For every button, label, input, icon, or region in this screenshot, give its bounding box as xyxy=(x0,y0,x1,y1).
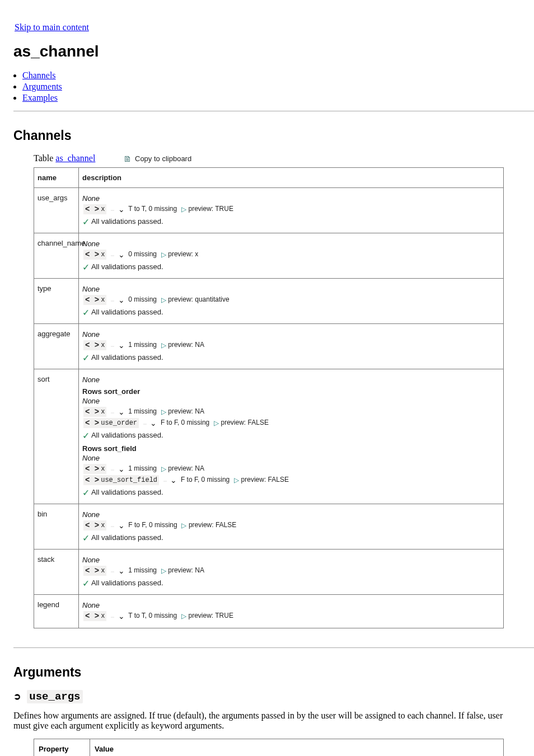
table-row: type None < >x ⌄ 0 missing ▷ preview: qu… xyxy=(34,278,504,323)
toc-link-channels[interactable]: Channels xyxy=(22,71,56,80)
attr-row: < >x ⌄ T to T, 0 missing ▷ preview: TRUE xyxy=(83,611,500,621)
code-icon: < > xyxy=(85,521,99,530)
validation-ok: ✓ All validations passed. xyxy=(82,307,500,318)
argument-description: Defines how arguments are assigned. If t… xyxy=(13,711,506,731)
attr-row: < >x ⌄ F to F, 0 missing ▷ preview: FALS… xyxy=(83,520,500,530)
row-desc: None < >x ⌄ 0 missing ▷ preview: x ✓ All… xyxy=(79,233,504,278)
attr-preview: preview: FALSE xyxy=(189,521,236,529)
preview-play-icon[interactable]: ▷ xyxy=(161,567,166,575)
section-divider xyxy=(13,647,534,648)
attr-range: 1 missing xyxy=(128,566,157,574)
preview-play-icon[interactable]: ▷ xyxy=(161,251,166,259)
attr-preview: preview: FALSE xyxy=(221,419,269,426)
toc-link-arguments[interactable]: Arguments xyxy=(22,82,62,91)
attr-dtype xyxy=(163,481,167,482)
validation-ok: ✓ All validations passed. xyxy=(82,430,500,441)
table-name-link[interactable]: as_channel xyxy=(55,153,95,163)
preview-play-icon[interactable]: ▷ xyxy=(234,476,239,484)
preview-play-icon[interactable]: ▷ xyxy=(161,408,166,416)
row-desc: None < >x ⌄ T to T, 0 missing ▷ preview:… xyxy=(79,187,504,233)
chevron-down-icon: ⌄ xyxy=(118,566,125,575)
preview-play-icon[interactable]: ▷ xyxy=(161,465,166,473)
toc-list: Channels Arguments Examples xyxy=(22,71,534,103)
table-row: sort NoneRows sort_orderNone < >x ⌄ 1 mi… xyxy=(34,369,504,504)
table-row: use_args None < >x ⌄ T to T, 0 missing ▷… xyxy=(34,187,504,233)
skip-to-content-link[interactable]: Skip to main content xyxy=(15,22,89,32)
attr-code: < >x xyxy=(83,611,106,621)
code-icon: < > xyxy=(85,476,99,485)
none-label: None xyxy=(82,510,500,519)
attr-range: T to T, 0 missing xyxy=(128,612,177,619)
channels-heading: Channels xyxy=(13,128,534,143)
code-icon: < > xyxy=(85,407,99,416)
check-icon: ✓ xyxy=(82,579,90,588)
validation-ok: ✓ All validations passed. xyxy=(82,487,500,498)
code-icon: < > xyxy=(85,250,99,259)
argument-name-heading: ➲ use_args xyxy=(13,690,534,703)
arguments-heading: Arguments xyxy=(13,665,534,680)
check-icon: ✓ xyxy=(82,353,90,363)
copy-label[interactable]: Copy to clipboard xyxy=(135,154,191,163)
row-desc: None < >x ⌄ 0 missing ▷ preview: quantit… xyxy=(79,278,504,323)
attr-range: T to T, 0 missing xyxy=(128,205,177,213)
attr-dtype xyxy=(111,526,114,527)
attr-range: F to F, 0 missing xyxy=(128,521,177,529)
preview-play-icon[interactable]: ▷ xyxy=(161,341,166,349)
code-icon: < > xyxy=(85,295,99,304)
preview-play-icon[interactable]: ▷ xyxy=(161,296,166,304)
none-label: None xyxy=(82,375,500,384)
check-icon: ✓ xyxy=(82,262,90,272)
attr-preview: preview: NA xyxy=(168,464,204,472)
preview-play-icon[interactable]: ▷ xyxy=(214,419,219,427)
attr-dtype xyxy=(143,424,147,425)
attr-preview: preview: NA xyxy=(168,341,204,349)
attr-range: 1 missing xyxy=(128,341,157,349)
attr-code: < >x xyxy=(83,340,106,350)
code-icon: < > xyxy=(85,464,99,473)
check-icon: ✓ xyxy=(82,488,90,497)
chevron-down-icon: ⌄ xyxy=(170,476,177,485)
code-icon: < > xyxy=(85,205,99,214)
attr-code: < >x xyxy=(83,566,106,576)
row-desc: None < >x ⌄ F to F, 0 missing ▷ preview:… xyxy=(79,504,504,549)
code-icon: < > xyxy=(85,419,99,428)
row-desc: None < >x ⌄ 1 missing ▷ preview: NA ✓ Al… xyxy=(79,323,504,369)
toc-link-examples[interactable]: Examples xyxy=(22,93,58,102)
none-label: None xyxy=(82,454,500,462)
none-label: None xyxy=(82,240,500,248)
preview-play-icon[interactable]: ▷ xyxy=(181,205,186,213)
attr-preview: preview: x xyxy=(168,250,198,258)
attr-dtype xyxy=(111,469,114,471)
row-name: aggregate xyxy=(34,323,79,369)
row-name: sort xyxy=(34,369,79,504)
channels-table: name description use_args None < >x ⌄ T … xyxy=(34,167,504,628)
row-name: channel_name xyxy=(34,233,79,278)
chevron-down-icon: ⌄ xyxy=(118,205,125,214)
attr-dtype xyxy=(111,571,114,572)
chevron-down-icon: ⌄ xyxy=(118,250,125,259)
attr-dtype xyxy=(111,255,114,256)
none-label: None xyxy=(82,397,500,405)
attr-code: < >x xyxy=(83,464,106,474)
copy-icon[interactable]: 🗎 xyxy=(123,154,132,163)
attr-code: < >use_sort_field xyxy=(83,475,159,485)
rows-label: Rows sort_field xyxy=(82,444,500,453)
check-icon: ✓ xyxy=(82,308,90,317)
attr-preview: preview: NA xyxy=(168,566,204,574)
preview-play-icon[interactable]: ▷ xyxy=(181,522,186,529)
none-label: None xyxy=(82,330,500,339)
attr-code: < >x xyxy=(83,204,106,214)
table-row: channel_name None < >x ⌄ 0 missing ▷ pre… xyxy=(34,233,504,278)
rows-label: Rows sort_order xyxy=(82,387,500,396)
validation-ok: ✓ All validations passed. xyxy=(82,353,500,363)
code-icon: < > xyxy=(85,612,99,621)
attr-dtype xyxy=(111,210,114,211)
validation-ok: ✓ All validations passed. xyxy=(82,217,500,227)
attr-preview: preview: quantitative xyxy=(168,295,229,303)
th-property: Property xyxy=(34,739,90,756)
chevron-down-icon: ⌄ xyxy=(118,341,125,350)
table-row: aggregate None < >x ⌄ 1 missing ▷ previe… xyxy=(34,323,504,369)
preview-play-icon[interactable]: ▷ xyxy=(181,612,186,620)
validation-ok: ✓ All validations passed. xyxy=(82,533,500,543)
validation-ok: ✓ All validations passed. xyxy=(82,578,500,589)
